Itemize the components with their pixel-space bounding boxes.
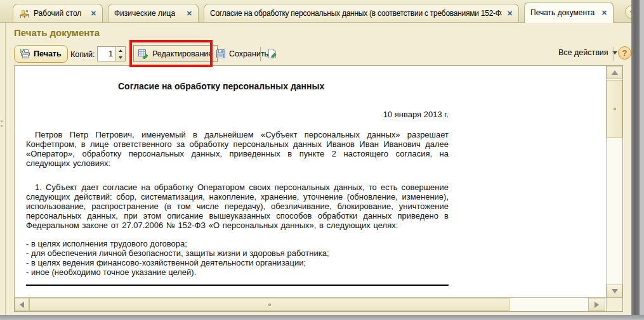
page-edit-button[interactable] bbox=[264, 46, 280, 61]
all-actions-button[interactable]: Все действия bbox=[558, 48, 617, 57]
window-edge-right-outer bbox=[640, 0, 644, 315]
document-list-item: - в целях исполнения трудового договора; bbox=[26, 239, 449, 248]
vertical-scroll-thumb[interactable] bbox=[607, 80, 622, 138]
arrow-down-icon bbox=[612, 289, 618, 293]
signature-line bbox=[26, 285, 449, 286]
document-list-item: - для обеспечения личной безопасности, з… bbox=[26, 248, 449, 258]
arrow-right-icon bbox=[595, 302, 599, 308]
help-icon: ? bbox=[622, 48, 628, 58]
scroll-right-button[interactable] bbox=[588, 298, 605, 311]
horizontal-scroll-thumb[interactable] bbox=[29, 298, 509, 311]
edit-button[interactable]: Редактирование bbox=[133, 45, 218, 62]
all-actions-label: Все действия bbox=[558, 48, 608, 57]
save-icon bbox=[216, 49, 226, 59]
page-edit-icon bbox=[266, 48, 278, 60]
document-page: Согласие на обработку персональных данны… bbox=[26, 66, 449, 286]
print-button[interactable]: Печать bbox=[14, 45, 68, 63]
desktop-icon bbox=[19, 9, 30, 18]
tab-consent-152fz[interactable]: Согласие на обработку персональных данны… bbox=[204, 4, 519, 22]
close-icon[interactable]: ✕ bbox=[507, 10, 513, 18]
print-button-label: Печать bbox=[34, 49, 62, 58]
spinner-arrows bbox=[115, 47, 125, 61]
document-title: Согласие на обработку персональных данны… bbox=[118, 82, 324, 91]
copies-value[interactable]: 1 bbox=[98, 47, 115, 61]
window-left-border bbox=[5, 23, 6, 315]
page-title: Печать документа bbox=[14, 27, 100, 38]
toolbar-separator bbox=[260, 47, 261, 61]
close-icon[interactable]: ✕ bbox=[601, 9, 607, 17]
tab-print-document[interactable]: Печать документа ✕ bbox=[524, 2, 614, 23]
table-edit-icon bbox=[138, 49, 149, 59]
toolbar-separator bbox=[614, 47, 614, 61]
tab-label: Физические лица bbox=[114, 9, 181, 18]
tab-label: Согласие на обработку персональных данны… bbox=[210, 9, 502, 18]
scroll-down-button[interactable] bbox=[607, 285, 622, 298]
arrow-down-icon bbox=[119, 56, 122, 59]
copies-label: Копий: bbox=[70, 50, 95, 59]
arrow-up-icon bbox=[119, 49, 122, 52]
document-list: - в целях исполнения трудового договора;… bbox=[26, 239, 449, 277]
chevron-down-icon bbox=[612, 51, 617, 54]
spinner-down-button[interactable] bbox=[116, 54, 125, 61]
scroll-up-button[interactable] bbox=[607, 66, 622, 79]
tab-label: Рабочий стол bbox=[34, 9, 86, 18]
horizontal-scrollbar[interactable] bbox=[15, 297, 606, 311]
close-icon[interactable]: ✕ bbox=[91, 10, 96, 18]
close-icon[interactable]: ✕ bbox=[187, 10, 192, 18]
scroll-left-button[interactable] bbox=[15, 298, 29, 311]
tab-individuals[interactable]: Физические лица ✕ bbox=[108, 4, 199, 22]
arrow-left-icon bbox=[20, 302, 24, 308]
arrow-up-icon bbox=[612, 70, 618, 75]
scrollbar-corner bbox=[606, 297, 622, 311]
document-paragraph: Петров Петр Петрович, именуемый в дальне… bbox=[26, 130, 449, 168]
document-date: 10 января 2013 г. bbox=[26, 110, 449, 119]
window-edge-bottom bbox=[0, 315, 644, 320]
copies-spinner[interactable]: 1 bbox=[97, 46, 126, 61]
window-edge-right bbox=[631, 0, 640, 315]
printer-icon bbox=[20, 49, 30, 59]
thumb-grip bbox=[614, 108, 616, 110]
document-list-item: - в целях ведения финансово-хозяйственно… bbox=[26, 258, 449, 267]
tab-desktop[interactable]: Рабочий стол ✕ bbox=[13, 4, 103, 22]
spinner-up-button[interactable] bbox=[116, 47, 125, 54]
vertical-scrollbar[interactable] bbox=[606, 66, 622, 298]
document-viewport[interactable]: Согласие на обработку персональных данны… bbox=[14, 65, 623, 312]
document-list-item: - иное (необходимо точное указание целей… bbox=[26, 267, 449, 277]
window-grip-dots bbox=[1, 118, 4, 129]
tab-bar: Рабочий стол ✕ Физические лица ✕ Согласи… bbox=[0, 0, 631, 23]
toolbar: Печать Копий: 1 Редактирование bbox=[14, 44, 631, 66]
edit-button-label: Редактирование bbox=[152, 49, 213, 58]
document-paragraph: 1. Субъект дает согласие на обработку Оп… bbox=[26, 182, 449, 230]
thumb-grip bbox=[268, 304, 271, 306]
tab-label: Печать документа bbox=[530, 8, 596, 17]
help-button[interactable]: ? bbox=[618, 46, 631, 60]
